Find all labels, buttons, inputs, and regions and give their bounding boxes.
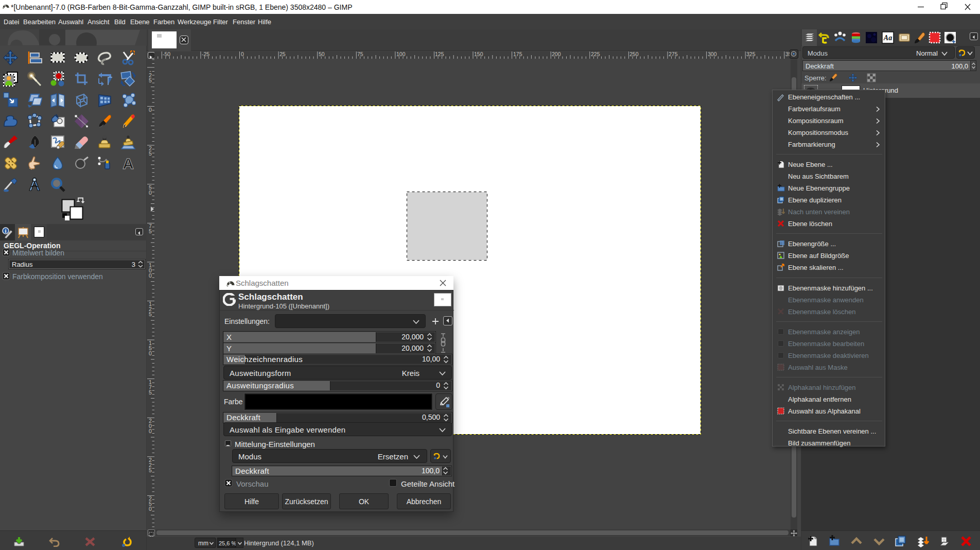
svg-text:275: 275: [669, 51, 678, 57]
svg-text:125: 125: [435, 51, 444, 57]
svg-text:0: 0: [149, 350, 152, 356]
svg-text:0: 0: [241, 51, 244, 57]
svg-text:5: 5: [149, 150, 152, 157]
svg-text:i: i: [5, 228, 7, 234]
svg-text:50: 50: [319, 51, 325, 57]
svg-text:225: 225: [591, 51, 600, 57]
svg-text:Aa: Aa: [883, 34, 892, 42]
svg-text:250: 250: [629, 51, 639, 57]
svg-text:0: 0: [149, 272, 152, 279]
svg-text:200: 200: [552, 51, 561, 57]
svg-text:150: 150: [474, 51, 483, 57]
svg-text:A: A: [122, 156, 134, 171]
svg-text:300: 300: [708, 51, 717, 57]
svg-text:-25: -25: [202, 51, 209, 57]
svg-text:5: 5: [149, 77, 152, 83]
svg-text:5: 5: [149, 467, 152, 473]
svg-text:325: 325: [746, 51, 756, 57]
svg-text:0: 0: [149, 107, 152, 113]
svg-text:75: 75: [357, 51, 363, 57]
svg-text:5: 5: [149, 311, 152, 317]
svg-text:0: 0: [149, 428, 152, 434]
svg-text:0: 0: [149, 190, 152, 196]
svg-text:100: 100: [396, 51, 406, 57]
svg-text:25: 25: [279, 51, 286, 57]
svg-text:5: 5: [149, 228, 152, 234]
svg-text:-50: -50: [163, 51, 170, 57]
svg-text:175: 175: [513, 51, 522, 57]
svg-text:5: 5: [149, 389, 152, 396]
svg-text:0: 0: [149, 506, 152, 512]
